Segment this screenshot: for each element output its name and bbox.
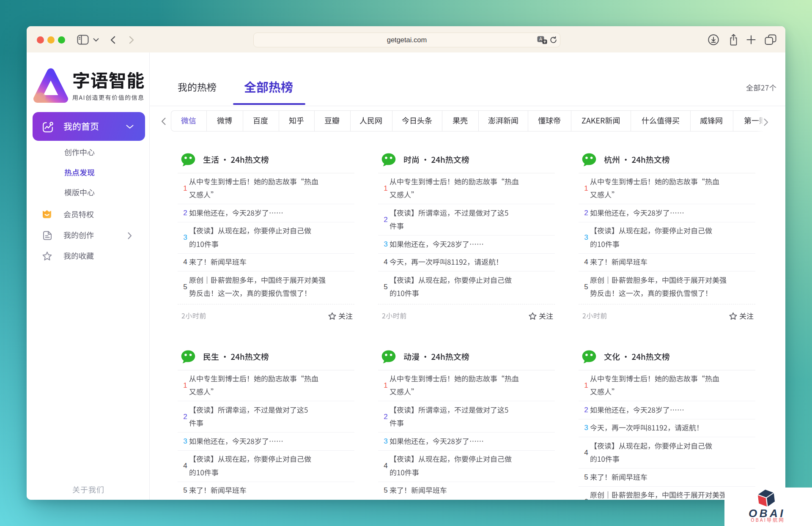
- svg-text:A: A: [539, 36, 542, 41]
